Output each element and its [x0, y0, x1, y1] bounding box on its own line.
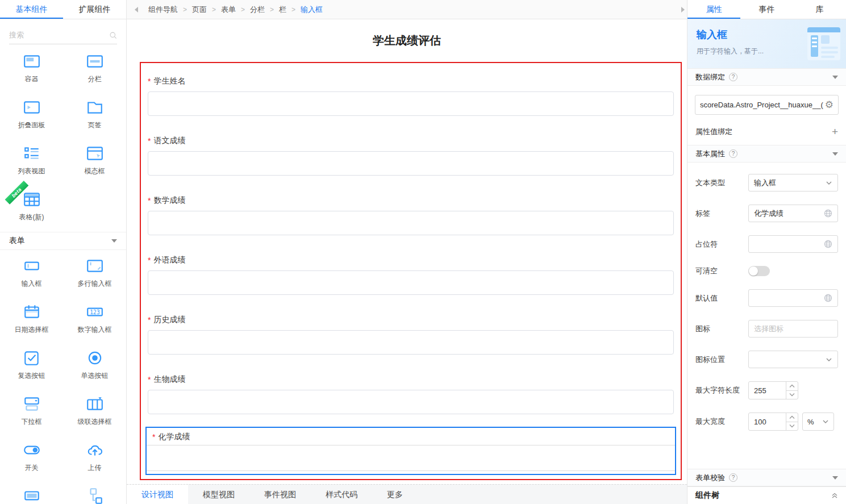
breadcrumb-item[interactable]: 页面: [192, 5, 207, 15]
palette-item-list-view[interactable]: 列表视图: [0, 138, 63, 184]
data-binding-section-header[interactable]: 数据绑定 ?: [687, 68, 846, 86]
folder-tab-icon: [86, 98, 104, 116]
form-field[interactable]: *生物成绩: [148, 367, 674, 414]
add-binding-icon[interactable]: +: [832, 126, 838, 137]
palette-item-tab-page[interactable]: 页签: [63, 91, 126, 138]
palette-item-modal[interactable]: 模态框: [63, 138, 126, 184]
stepper-value[interactable]: 255: [749, 382, 786, 399]
help-icon[interactable]: ?: [729, 473, 737, 482]
palette-item-container[interactable]: 容器: [0, 45, 63, 91]
form-field[interactable]: *历史成绩: [148, 307, 674, 355]
input-icon: [23, 257, 41, 275]
basic-properties-section-header[interactable]: 基本属性 ?: [687, 145, 846, 163]
palette-item-date-picker[interactable]: 日期选择框: [0, 296, 63, 342]
property-label: 最大字符长度: [695, 385, 748, 395]
stepper-value[interactable]: 100: [749, 413, 786, 430]
max-width-stepper[interactable]: 100: [748, 413, 798, 431]
palette-item-radio[interactable]: 单选按钮: [63, 342, 126, 388]
tab-library[interactable]: 库: [793, 0, 846, 19]
max-width-unit-select[interactable]: %: [802, 413, 834, 431]
palette-item-collapse-panel[interactable]: 折叠面板: [0, 91, 63, 138]
tab-model-view[interactable]: 模型视图: [188, 485, 249, 504]
tab-style-code[interactable]: 样式代码: [311, 485, 372, 504]
text-input[interactable]: [147, 445, 675, 470]
collapse-left-panel-icon[interactable]: [135, 7, 138, 13]
inspector-panel: 属性 事件 库 输入框 用于字符输入，基于... 数据绑定 ? scoreDat…: [687, 0, 846, 504]
page-canvas[interactable]: 学生成绩评估 *学生姓名 *语文成绩 *数学成绩 *外语成绩: [127, 19, 687, 484]
palette-item-select[interactable]: 下拉框: [0, 388, 63, 434]
text-input[interactable]: [148, 91, 674, 116]
gear-icon[interactable]: ⚙: [825, 100, 834, 110]
text-input[interactable]: [148, 270, 674, 295]
clearable-toggle[interactable]: [748, 266, 770, 276]
selected-form-field[interactable]: *化学成绩: [145, 427, 676, 475]
globe-icon[interactable]: [824, 209, 832, 218]
component-tree-bar[interactable]: 组件树: [687, 486, 846, 504]
palette-item-checkbox[interactable]: 复选按钮: [0, 342, 63, 388]
collapse-right-panel-icon[interactable]: [681, 7, 685, 13]
palette-item-textarea[interactable]: 多行输入框: [63, 250, 126, 296]
text-input[interactable]: [148, 151, 674, 176]
text-type-select[interactable]: 输入框: [748, 174, 838, 191]
form-field[interactable]: *学生姓名: [148, 69, 674, 116]
label-input[interactable]: 化学成绩: [748, 205, 838, 222]
globe-icon[interactable]: [824, 240, 832, 248]
palette-item-tree-partial[interactable]: [63, 480, 126, 504]
form-selection-outline[interactable]: *学生姓名 *语文成绩 *数学成绩 *外语成绩 *历史成绩: [140, 62, 682, 480]
text-input[interactable]: [148, 330, 674, 355]
icon-picker-field[interactable]: [754, 324, 832, 333]
palette-item-cascader[interactable]: 级联选择框: [63, 388, 126, 434]
data-binding-field[interactable]: scoreData.Astro_Project__huaxue__( ⚙: [695, 95, 839, 115]
tab-more[interactable]: 更多: [372, 485, 418, 504]
breadcrumb-separator: >: [241, 6, 245, 14]
text-input[interactable]: [148, 390, 674, 414]
breadcrumb-item[interactable]: 组件导航: [148, 5, 178, 15]
palette-item-input[interactable]: 输入框: [0, 250, 63, 296]
palette-item-number-input[interactable]: 123 数字输入框: [63, 296, 126, 342]
max-length-stepper[interactable]: 255: [748, 381, 798, 399]
text-input[interactable]: [148, 211, 674, 235]
required-marker: *: [152, 432, 155, 441]
property-label: 可清空: [695, 266, 748, 276]
tab-events[interactable]: 事件: [740, 0, 793, 19]
property-list: 文本类型 输入框 标签 化学成绩 占位符: [687, 163, 846, 431]
palette-item-label: 折叠面板: [18, 120, 45, 130]
container-icon: [23, 52, 41, 70]
form-validation-section-header[interactable]: 表单校验 ?: [687, 469, 846, 486]
form-field[interactable]: *外语成绩: [148, 248, 674, 295]
tab-design-view[interactable]: 设计视图: [127, 485, 188, 504]
calendar-icon: [23, 303, 41, 321]
palette-item-button-partial[interactable]: [0, 480, 63, 504]
default-value-input[interactable]: [748, 289, 838, 307]
stepper-down-icon[interactable]: [786, 422, 798, 431]
placeholder-input[interactable]: [748, 235, 838, 253]
palette-item-table-new[interactable]: beta 表格(新): [0, 184, 63, 230]
tab-properties[interactable]: 属性: [687, 0, 740, 19]
form-field[interactable]: *数学成绩: [148, 188, 674, 235]
double-chevron-up-icon[interactable]: [831, 492, 838, 499]
stepper-up-icon[interactable]: [786, 413, 798, 422]
globe-icon[interactable]: [824, 294, 832, 302]
form-field[interactable]: *语文成绩: [148, 128, 674, 176]
search-input[interactable]: [9, 28, 109, 43]
icon-position-select[interactable]: [748, 351, 838, 368]
tab-basic-components[interactable]: 基本组件: [0, 0, 63, 19]
stepper-down-icon[interactable]: [786, 391, 798, 399]
palette-item-columns[interactable]: 分栏: [63, 45, 126, 91]
form-section-header[interactable]: 表单: [0, 232, 126, 250]
help-icon[interactable]: ?: [729, 73, 737, 81]
design-area: 组件导航 > 页面 > 表单 > 分栏 > 栏 > 输入框 学生成绩评估 *学生…: [127, 0, 687, 504]
palette-item-switch[interactable]: 开关: [0, 434, 63, 480]
help-icon[interactable]: ?: [729, 149, 737, 158]
tab-extended-components[interactable]: 扩展组件: [63, 0, 126, 19]
palette-item-label: 列表视图: [18, 166, 45, 176]
palette-item-upload[interactable]: 上传: [63, 434, 126, 480]
breadcrumb-item[interactable]: 表单: [221, 5, 236, 15]
breadcrumb-item[interactable]: 分栏: [250, 5, 265, 15]
breadcrumb-item[interactable]: 栏: [279, 5, 286, 15]
upload-cloud-icon: [86, 441, 104, 459]
stepper-up-icon[interactable]: [786, 382, 798, 391]
tab-event-view[interactable]: 事件视图: [249, 485, 311, 504]
icon-picker-input[interactable]: [748, 320, 838, 338]
breadcrumb-item-current[interactable]: 输入框: [301, 5, 323, 15]
